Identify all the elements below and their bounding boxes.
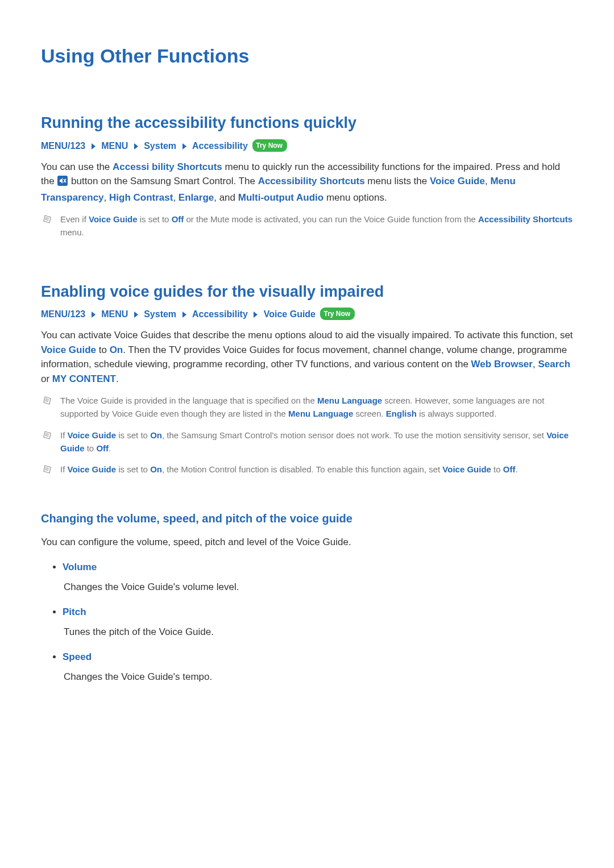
section1-paragraph: You can use the Accessi bility Shortcuts… [41,160,573,205]
page-title: Using Other Functions [41,41,573,70]
term-multi-output-audio: Multi-output Audio [238,192,323,203]
term-accessibility-shortcuts: Accessi bility Shortcuts [113,161,222,172]
text: menu. [60,227,84,237]
breadcrumb: MENU/123 MENU System Accessibility Try N… [41,139,573,153]
term-voice-guide: Voice Guide [68,464,117,474]
note-icon [43,214,52,227]
term-voice-guide: Voice Guide [430,176,485,186]
text: . [109,443,111,453]
text: . [515,464,517,474]
subsection-heading: Changing the volume, speed, and pitch of… [41,510,573,527]
term-accessibility-shortcuts: Accessibility Shortcuts [258,176,365,186]
text: or the Mute mode is activated, you can r… [184,214,478,224]
svg-line-13 [45,468,49,470]
svg-line-9 [45,433,49,434]
svg-line-8 [45,401,48,402]
chevron-right-icon [182,139,187,153]
term-voice-guide: Voice Guide [442,464,491,474]
svg-line-7 [45,400,49,401]
chevron-right-icon [134,308,139,321]
section2-paragraph: You can activate Voice Guides that descr… [41,328,573,386]
text: to [491,464,503,474]
svg-line-4 [45,218,49,219]
text: menu options. [323,192,387,203]
crumb-voice-guide: Voice Guide [264,309,316,319]
chevron-right-icon [91,139,96,153]
term-off: Off [96,443,109,453]
svg-line-10 [45,434,49,435]
text: , [173,192,178,203]
text: , [533,359,538,369]
term-on: On [110,344,123,355]
text: . [116,373,119,384]
crumb-menu123: MENU/123 [41,309,85,319]
crumb-menu123: MENU/123 [41,141,85,151]
term-web-browser: Web Browser [471,359,533,369]
chevron-right-icon [253,308,258,321]
term-high-contrast: High Contrast [109,192,173,203]
section-heading-voice-guides: Enabling voice guides for the visually i… [41,280,573,304]
note-icon [43,396,52,409]
text: is always supported. [417,409,496,418]
term-english: English [386,409,417,418]
term-on: On [150,430,162,440]
text: , the Samsung Smart Control's motion sen… [162,430,546,440]
note: If Voice Guide is set to On, the Samsung… [41,429,573,455]
term-off: Off [172,214,184,224]
list-item: Speed Changes the Voice Guide's tempo. [63,650,573,684]
option-desc: Changes the Voice Guide's volume level. [63,580,573,595]
svg-line-5 [45,219,48,221]
option-volume: Volume [63,562,97,572]
list-item: Volume Changes the Voice Guide's volume … [63,560,573,595]
crumb-menu: MENU [101,309,128,319]
chevron-right-icon [182,308,187,321]
text: is set to [138,214,172,224]
text: You can activate Voice Guides that descr… [41,330,573,340]
chevron-right-icon [134,139,139,153]
crumb-menu: MENU [101,141,128,151]
list-item: Pitch Tunes the pitch of the Voice Guide… [63,605,573,639]
note: The Voice Guide is provided in the langu… [41,394,573,421]
text: If [60,464,68,474]
svg-line-14 [45,470,48,471]
svg-line-3 [45,217,49,218]
text: Even if [60,214,89,224]
text: button on the Samsung Smart Control. The [68,176,258,186]
try-now-badge[interactable]: Try Now [320,308,355,320]
mute-button-icon [57,176,68,190]
section3-intro: You can configure the volume, speed, pit… [41,535,573,550]
chevron-right-icon [91,308,96,321]
crumb-system: System [144,141,176,151]
text: is set to [116,464,150,474]
text: to [85,443,97,453]
text: The Voice Guide is provided in the langu… [60,396,317,405]
crumb-accessibility: Accessibility [192,141,248,151]
term-accessibility-shortcuts: Accessibility Shortcuts [478,214,572,224]
term-menu-language: Menu Language [317,396,382,405]
term-search: Search [538,359,570,369]
term-my-content: MY CONTENT [52,373,116,384]
svg-line-6 [45,398,49,400]
term-enlarge: Enlarge [179,192,214,203]
section-heading-accessibility: Running the accessibility functions quic… [41,111,573,135]
note-icon [43,430,52,443]
option-speed: Speed [63,651,92,662]
crumb-system: System [144,309,176,319]
svg-line-12 [45,467,49,468]
term-voice-guide: Voice Guide [41,344,96,355]
option-desc: Tunes the pitch of the Voice Guide. [63,625,573,639]
svg-line-11 [45,435,48,437]
text: or [41,373,52,384]
note: Even if Voice Guide is set to Off or the… [41,213,573,239]
term-voice-guide: Voice Guide [68,430,117,440]
try-now-badge[interactable]: Try Now [252,139,287,152]
option-pitch: Pitch [63,607,86,617]
breadcrumb: MENU/123 MENU System Accessibility Voice… [41,308,573,321]
text: , and [214,192,238,203]
crumb-accessibility: Accessibility [192,309,248,319]
term-voice-guide: Voice Guide [89,214,138,224]
text: You can use the [41,161,113,172]
text: to [96,344,110,355]
text: menu lists the [365,176,430,186]
text: , the Motion Control function is disable… [162,464,442,474]
